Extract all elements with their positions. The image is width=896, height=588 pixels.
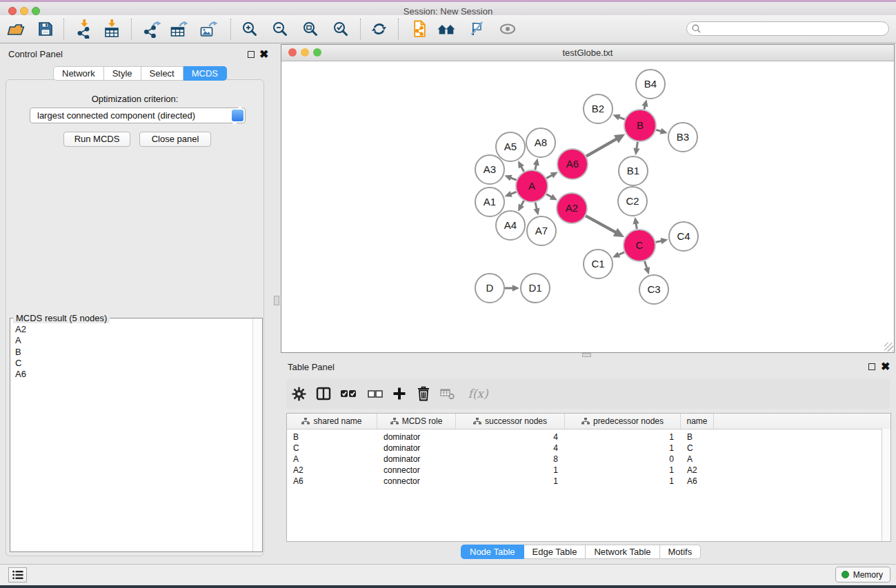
import-table-button[interactable]: [101, 18, 123, 40]
unselect-all-columns-button[interactable]: [366, 384, 385, 403]
optimization-criterion-select[interactable]: largest connected component (directed): [30, 108, 246, 123]
graph-edge-B-B1[interactable]: [637, 142, 638, 149]
network-minimize-traffic-light[interactable]: [301, 48, 309, 57]
horizontal-splitter-handle[interactable]: [582, 353, 591, 357]
table-cell[interactable]: 0: [565, 454, 681, 464]
graph-edge-A-A8[interactable]: [535, 165, 537, 170]
control-panel-close-button[interactable]: ✖: [259, 50, 268, 59]
table-tab-motifs[interactable]: Motifs: [660, 545, 701, 559]
graph-edge-A-A4[interactable]: [521, 201, 524, 206]
function-builder-button[interactable]: f(x): [464, 384, 492, 403]
graph-edge-A6-B[interactable]: [586, 139, 617, 156]
column-header-predecessor-nodes[interactable]: predecessor nodes: [565, 414, 681, 429]
table-tab-edge-table[interactable]: Edge Table: [524, 545, 586, 559]
graph-edge-A2-C[interactable]: [586, 216, 616, 232]
refresh-button[interactable]: [368, 18, 390, 40]
flag-button[interactable]: [466, 18, 488, 40]
column-header-MCDS-role[interactable]: MCDS role: [377, 414, 456, 429]
table-row-C[interactable]: Cdominator41C: [287, 443, 890, 454]
table-cell[interactable]: 8: [456, 454, 565, 464]
control-panel-float-button[interactable]: [248, 51, 255, 58]
delete-table-button[interactable]: [438, 384, 457, 403]
show-column-panel-button[interactable]: [314, 384, 333, 403]
column-header-shared-name[interactable]: shared name: [287, 414, 377, 429]
table-row-A6[interactable]: A6connector11A6: [287, 476, 890, 487]
table-cell[interactable]: 1: [565, 443, 681, 453]
graph-edge-B-B2[interactable]: [619, 117, 625, 119]
run-mcds-button[interactable]: Run MCDS: [63, 132, 130, 147]
table-settings-button[interactable]: [289, 384, 308, 403]
zoom-in-button[interactable]: [239, 18, 261, 40]
graph-edge-A-A1[interactable]: [510, 192, 516, 194]
table-panel-close-button[interactable]: ✖: [881, 362, 890, 372]
table-panel-float-button[interactable]: [868, 363, 875, 370]
table-row-A2[interactable]: A2connector11A2: [287, 465, 890, 476]
table-cell[interactable]: A2: [681, 465, 714, 475]
eye-button[interactable]: [497, 18, 519, 40]
graph-edge-A-A5[interactable]: [521, 166, 524, 172]
home-button[interactable]: [435, 18, 457, 40]
mcds-result-item[interactable]: C: [12, 358, 251, 369]
graph-edge-C-C3[interactable]: [644, 261, 646, 269]
table-cell[interactable]: dominator: [377, 432, 456, 442]
control-tab-select[interactable]: Select: [141, 66, 183, 81]
table-cell[interactable]: 1: [565, 432, 681, 442]
table-cell[interactable]: A6: [287, 476, 377, 486]
table-row-B[interactable]: Bdominator41B: [287, 432, 890, 443]
network-zoom-traffic-light[interactable]: [313, 48, 321, 57]
control-tab-style[interactable]: Style: [104, 66, 141, 81]
graph-edge-C-C4[interactable]: [656, 241, 662, 242]
select-all-columns-button[interactable]: [339, 384, 358, 403]
table-cell[interactable]: dominator: [377, 443, 456, 453]
table-cell[interactable]: A: [681, 454, 714, 464]
control-tab-network[interactable]: Network: [53, 66, 104, 81]
table-tab-network-table[interactable]: Network Table: [586, 545, 659, 559]
export-network-button[interactable]: [141, 18, 163, 40]
table-tab-node-table[interactable]: Node Table: [461, 545, 524, 559]
table-cell[interactable]: connector: [377, 465, 456, 475]
task-history-button[interactable]: [8, 567, 27, 582]
table-cell[interactable]: C: [287, 443, 377, 453]
table-cell[interactable]: 4: [456, 432, 565, 442]
session-file-button[interactable]: [408, 18, 430, 40]
graph-edge-B-B3[interactable]: [656, 130, 661, 131]
table-row-A[interactable]: Adominator80A: [287, 454, 890, 465]
mcds-list-scrollbar[interactable]: [252, 318, 262, 551]
zoom-out-button[interactable]: [269, 18, 291, 40]
table-cell[interactable]: A6: [681, 476, 714, 486]
zoom-fit-button[interactable]: [299, 18, 321, 40]
control-tab-mcds[interactable]: MCDS: [183, 66, 227, 81]
mcds-result-item[interactable]: A: [12, 335, 251, 346]
table-scrollbar[interactable]: [882, 429, 890, 541]
delete-column-button[interactable]: [414, 384, 433, 403]
graph-edge-C-C1[interactable]: [618, 252, 624, 255]
table-cell[interactable]: C: [681, 443, 714, 453]
create-column-button[interactable]: [390, 384, 409, 403]
export-image-button[interactable]: [197, 18, 219, 40]
table-cell[interactable]: B: [287, 432, 377, 442]
column-header-successor-nodes[interactable]: successor nodes: [456, 414, 565, 429]
table-cell[interactable]: 1: [456, 476, 565, 486]
vertical-splitter-handle[interactable]: [274, 296, 279, 305]
export-table-button[interactable]: [168, 18, 190, 40]
search-field[interactable]: [686, 21, 889, 36]
open-session-button[interactable]: [5, 18, 27, 40]
column-header-name[interactable]: name: [681, 414, 714, 429]
table-cell[interactable]: 1: [565, 476, 681, 486]
network-graph[interactable]: B4B2BB3A5A8A6B1A3AC2A1A2A4A7C4CC1C3DD1: [281, 61, 894, 352]
table-cell[interactable]: connector: [377, 476, 456, 486]
zoom-selected-button[interactable]: [330, 18, 352, 40]
graph-edge-A-A3[interactable]: [510, 178, 517, 180]
network-close-traffic-light[interactable]: [288, 48, 297, 57]
graph-edge-A-A2[interactable]: [546, 194, 552, 197]
graph-edge-A-A7[interactable]: [535, 202, 537, 209]
memory-button[interactable]: Memory: [835, 567, 890, 582]
table-cell[interactable]: 1: [565, 465, 681, 475]
mcds-result-item[interactable]: B: [12, 347, 251, 358]
import-network-button[interactable]: [73, 18, 95, 40]
search-input[interactable]: [704, 23, 888, 34]
table-cell[interactable]: A2: [287, 465, 377, 475]
table-cell[interactable]: B: [681, 432, 714, 442]
table-cell[interactable]: 1: [456, 465, 565, 475]
resize-grip-icon[interactable]: [884, 343, 893, 352]
